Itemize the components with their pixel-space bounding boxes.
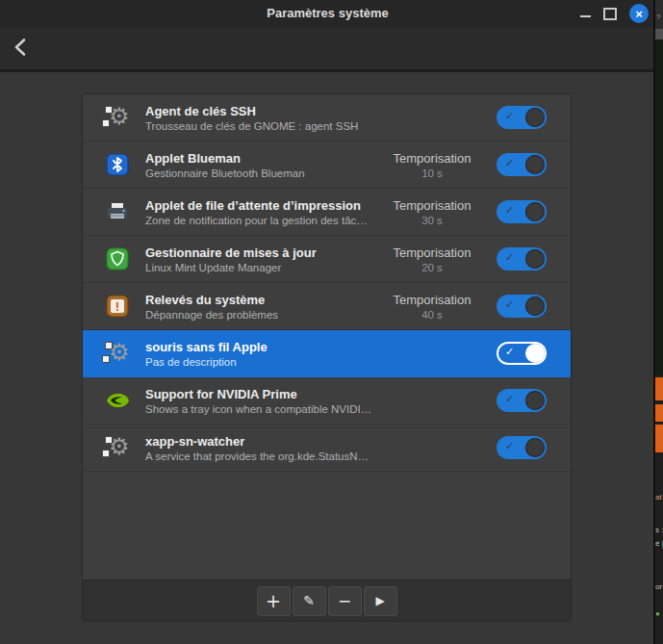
app-texts: souris sans fil ApplePas de description [145, 340, 375, 368]
background-window-band [655, 29, 663, 39]
toggle-knob [525, 108, 545, 127]
minimize-button[interactable] [580, 9, 591, 19]
back-chevron-icon [13, 38, 28, 57]
background-orange-block [655, 404, 663, 422]
delay-value: 20 s [375, 262, 489, 273]
delay-column [375, 116, 489, 118]
run-button[interactable]: ▶ [364, 586, 397, 616]
executable-icon: ⚙ [102, 338, 133, 369]
enable-toggle[interactable]: ✓ [497, 247, 547, 270]
app-description: Linux Mint Update Manager [145, 262, 375, 273]
executable-icon: ⚙ [102, 102, 133, 133]
background-glyph-fragment: ● [655, 609, 660, 618]
delay-value: 40 s [375, 309, 489, 321]
app-texts: Relevés du systèmeDépannage des problème… [145, 293, 375, 321]
maximize-button[interactable] [603, 8, 617, 20]
app-description: Pas de description [145, 356, 375, 368]
app-name: Support for NVIDIA Prime [145, 387, 375, 401]
toggle-knob [525, 249, 545, 269]
delay-column [375, 399, 489, 401]
back-button[interactable] [13, 38, 28, 57]
window-title: Paramètres système [0, 0, 655, 27]
app-name: Applet Blueman [145, 151, 375, 166]
window-controls: × [580, 0, 649, 27]
delay-label: Temporisation [375, 151, 489, 166]
background-text-fragment: é | [655, 539, 663, 548]
startup-app-row[interactable]: !Relevés du systèmeDépannage des problèm… [83, 283, 571, 330]
nvidia-icon [102, 385, 133, 416]
toggle-knob [525, 155, 545, 174]
titlebar[interactable]: Paramètres système × [0, 0, 655, 27]
check-icon: ✓ [505, 205, 514, 216]
check-icon: ✓ [505, 394, 514, 404]
list-empty-area [83, 472, 571, 580]
background-window-top: ? [655, 0, 663, 29]
startup-app-row[interactable]: Applet BluemanGestionnaire Bluetooth Blu… [83, 142, 571, 189]
background-text-fragment: s : [655, 526, 663, 534]
app-name: Relevés du système [145, 293, 375, 307]
startup-app-row[interactable]: Support for NVIDIA PrimeShows a tray ico… [83, 377, 571, 425]
startup-apps-list: ⚙Agent de clés SSHTrousseau de clés de G… [83, 94, 571, 472]
check-icon: ✓ [505, 441, 514, 451]
delay-column [375, 352, 489, 354]
toggle-knob [525, 438, 545, 457]
toggle-knob [525, 296, 545, 316]
enable-toggle[interactable]: ✓ [497, 389, 547, 412]
delay-column: Temporisation20 s [375, 245, 489, 273]
startup-app-row[interactable]: ⚙xapp-sn-watcherA service that provides … [83, 425, 571, 472]
enable-toggle[interactable]: ✓ [497, 200, 547, 223]
check-icon: ✓ [505, 347, 514, 357]
app-description: Dépannage des problèmes [145, 309, 375, 321]
toggle-knob [525, 344, 545, 363]
background-window-dark-area [655, 39, 663, 375]
check-icon: ✓ [505, 158, 514, 168]
app-name: Applet de file d’attente d’impression [145, 198, 375, 213]
startup-app-row[interactable]: ⚙souris sans fil ApplePas de description… [83, 330, 571, 377]
startup-app-row[interactable]: ⚙Agent de clés SSHTrousseau de clés de G… [83, 94, 571, 142]
enable-toggle[interactable]: ✓ [497, 295, 547, 318]
close-button[interactable]: × [629, 4, 649, 23]
executable-icon: ⚙ [102, 432, 133, 463]
delay-column: Temporisation30 s [375, 198, 489, 226]
app-texts: xapp-sn-watcherA service that provides t… [145, 434, 375, 462]
delay-value: 10 s [375, 167, 489, 179]
bluetooth-icon [102, 149, 133, 180]
svg-text:!: ! [115, 299, 119, 314]
desktop: Paramètres système × ⚙Agent de clés SSHT… [0, 0, 663, 644]
app-name: Gestionnaire de mises à jour [145, 245, 375, 260]
navigation-header [0, 27, 655, 72]
app-texts: Support for NVIDIA PrimeShows a tray ico… [145, 387, 375, 415]
delay-label: Temporisation [375, 293, 489, 307]
toggle-knob [525, 391, 545, 410]
enable-toggle[interactable]: ✓ [497, 436, 547, 459]
list-toolbar: + ✎ − ▶ [83, 580, 571, 621]
delay-label: Temporisation [375, 198, 489, 213]
startup-apps-panel: ⚙Agent de clés SSHTrousseau de clés de G… [82, 93, 572, 622]
delay-label: Temporisation [375, 245, 489, 260]
enable-toggle[interactable]: ✓ [497, 106, 547, 129]
add-button[interactable]: + [257, 586, 291, 616]
app-texts: Applet BluemanGestionnaire Bluetooth Blu… [145, 151, 375, 179]
edit-button[interactable]: ✎ [293, 586, 326, 616]
app-name: souris sans fil Apple [145, 340, 375, 354]
delay-column: Temporisation40 s [375, 293, 489, 321]
app-texts: Applet de file d’attente d’impressionZon… [145, 198, 375, 226]
startup-app-row[interactable]: Applet de file d’attente d’impressionZon… [83, 189, 571, 236]
enable-toggle[interactable]: ✓ [497, 342, 547, 365]
enable-toggle[interactable]: ✓ [497, 153, 547, 176]
app-texts: Gestionnaire de mises à jourLinux Mint U… [145, 245, 375, 273]
warning-icon: ! [102, 291, 133, 322]
app-description: Zone de notification pour la gestion des… [145, 215, 375, 226]
app-texts: Agent de clés SSHTrousseau de clés de GN… [145, 104, 375, 132]
startup-app-row[interactable]: Gestionnaire de mises à jourLinux Mint U… [83, 236, 571, 283]
background-text-fragment: or [655, 582, 663, 591]
shield-icon [102, 244, 133, 274]
app-description: Gestionnaire Bluetooth Blueman [145, 167, 375, 179]
background-window-sliver: ? at s : é | or ● [655, 0, 663, 644]
remove-button[interactable]: − [328, 586, 362, 616]
app-description: Trousseau de clés de GNOME : agent SSH [145, 120, 375, 132]
delay-value: 30 s [375, 215, 489, 226]
check-icon: ✓ [505, 299, 514, 310]
app-name: Agent de clés SSH [145, 104, 375, 118]
delay-column [375, 447, 489, 449]
